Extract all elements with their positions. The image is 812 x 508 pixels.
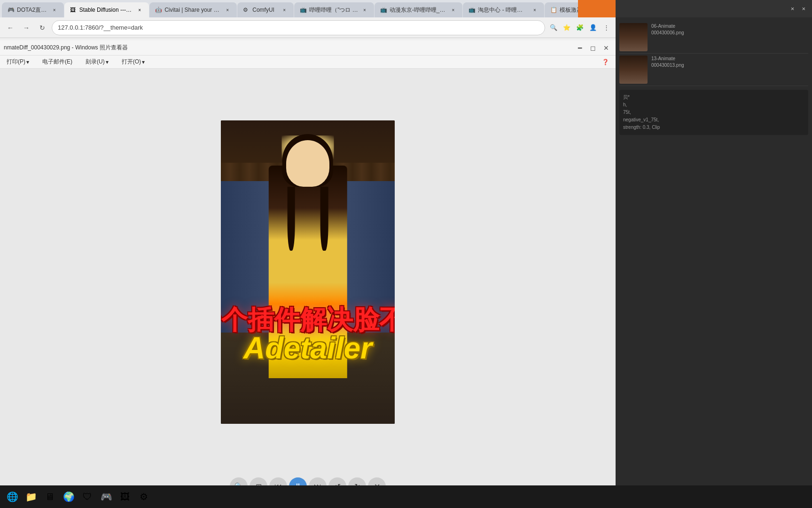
settings-icon[interactable]: ⋮ bbox=[601, 22, 612, 33]
taskbar-game[interactable]: 🎮 bbox=[98, 488, 115, 505]
tab-stable-diffusion[interactable]: 🖼 Stable Diffusion ----看... × bbox=[64, 2, 149, 17]
thumbnail-image-1 bbox=[619, 23, 648, 51]
thumb-filename-1: 000430006.png bbox=[651, 30, 684, 36]
thumbnail-image-2 bbox=[619, 56, 648, 84]
thumb-inner-2 bbox=[619, 56, 648, 84]
taskbar-windows[interactable]: 🖥 bbox=[41, 488, 58, 505]
tab-favicon-sd: 🖼 bbox=[70, 7, 77, 13]
tab-close-bili2[interactable]: × bbox=[449, 6, 457, 14]
thumb-name-1: 06-Animate bbox=[651, 23, 684, 30]
thumb-inner-1 bbox=[619, 23, 648, 51]
minimize-button[interactable]: ━ bbox=[574, 42, 586, 54]
tab-favicon-dota: 🎮 bbox=[8, 7, 14, 13]
tab-close-dota[interactable]: × bbox=[51, 6, 58, 14]
menu-open[interactable]: 打开(O) ▾ bbox=[119, 57, 148, 67]
tab-bar: 🎮 DOTA2直播... × 🖼 Stable Diffusion ----看.… bbox=[0, 0, 616, 17]
sidebar-top-bar: × × bbox=[616, 0, 812, 17]
thumbnail-info-2: 13-Animate 000430013.png bbox=[651, 56, 684, 69]
taskbar-antivirus[interactable]: 🛡 bbox=[79, 488, 96, 505]
english-sub-text: Adetailer bbox=[221, 333, 395, 363]
text-line-0: 贝* bbox=[623, 94, 804, 101]
tab-close-civitai[interactable]: × bbox=[224, 6, 231, 14]
tab-comfyui[interactable]: ⚙ ComfyUI × bbox=[237, 2, 294, 17]
tab-dota[interactable]: 🎮 DOTA2直播... × bbox=[2, 2, 64, 17]
extension-icon[interactable]: 🧩 bbox=[574, 22, 586, 33]
photo-viewer-title: nmateDiff_000430029.png - Windows 照片查看器 bbox=[4, 44, 574, 52]
sidebar-content: 06-Animate 000430006.png 13-Animate 0004… bbox=[616, 17, 812, 493]
browser-window: 🎮 DOTA2直播... × 🖼 Stable Diffusion ----看.… bbox=[0, 0, 616, 508]
address-bar: ← → ↻ 127.0.0.1:7860/?__theme=dark 🔍 ⭐ 🧩… bbox=[0, 17, 616, 38]
menu-burn[interactable]: 刻录(U) ▾ bbox=[83, 57, 111, 67]
photo-viewer-titlebar: nmateDiff_000430029.png - Windows 照片查看器 … bbox=[0, 40, 616, 56]
thumbnail-item-1[interactable]: 06-Animate 000430006.png bbox=[619, 21, 808, 54]
tab-favicon-bili2: 📺 bbox=[380, 7, 387, 13]
thumb-filename-2: 000430013.png bbox=[651, 62, 684, 69]
tab-close-comfyui[interactable]: × bbox=[281, 6, 288, 14]
tab-label-taobao: 淘息中心 - 哔哩哔哩... bbox=[478, 6, 528, 14]
right-sidebar: × × 06-Animate 000430006.png 13-Animate … bbox=[616, 0, 812, 508]
text-line-4: strength: 0.3, Clip bbox=[623, 124, 804, 131]
tab-favicon-taobao: 📺 bbox=[468, 7, 475, 13]
tab-close-taobao[interactable]: × bbox=[531, 6, 539, 14]
taskbar-start[interactable]: 🌐 bbox=[4, 488, 21, 505]
tab-favicon-bili1: 📺 bbox=[300, 7, 306, 13]
tab-label-civitai: Civitai | Share your mo... bbox=[164, 7, 221, 13]
thumbnail-item-2[interactable]: 13-Animate 000430013.png bbox=[619, 54, 808, 86]
browser-action-icons: 🔍 ⭐ 🧩 👤 ⋮ bbox=[548, 22, 612, 33]
profile-icon[interactable]: 👤 bbox=[587, 22, 599, 33]
tab-taobao[interactable]: 📺 淘息中心 - 哔哩哔哩... × bbox=[463, 2, 544, 17]
maximize-button[interactable]: ◻ bbox=[587, 42, 599, 54]
sidebar-expand-btn[interactable]: × bbox=[799, 4, 808, 13]
taskbar: 🌐 📁 🖥 🌍 🛡 🎮 🖼 ⚙ bbox=[0, 485, 812, 508]
thumb-name-2: 13-Animate bbox=[651, 56, 684, 62]
window-controls: ━ ◻ ✕ bbox=[574, 42, 612, 54]
text-content-panel: 贝* h, 75t, negative_v1_75t, strength: 0.… bbox=[619, 90, 808, 135]
sidebar-close-btn[interactable]: × bbox=[788, 4, 797, 13]
tab-label-comfyui: ComfyUI bbox=[252, 7, 278, 13]
tab-favicon-comfyui: ⚙ bbox=[243, 7, 250, 13]
tab-close-bili1[interactable]: × bbox=[361, 6, 368, 14]
scene-background bbox=[221, 120, 395, 424]
text-line-1: h, bbox=[623, 101, 804, 109]
thumbnail-info-1: 06-Animate 000430006.png bbox=[651, 23, 684, 36]
tab-close-sd[interactable]: × bbox=[136, 6, 143, 14]
photo-viewer-menu: 打印(P) ▾ 电子邮件(E) 刻录(U) ▾ 打开(O) ▾ ❓ bbox=[0, 56, 616, 69]
refresh-button[interactable]: ↻ bbox=[36, 21, 49, 34]
tab-label-bili1: 哔哩哔哩（"つロ 千... bbox=[309, 6, 358, 14]
main-image: 一个插件解决脸不好看 Adetailer bbox=[221, 120, 395, 424]
tab-favicon-template: 📋 bbox=[550, 7, 557, 13]
photo-viewer-content: 一个插件解决脸不好看 Adetailer bbox=[0, 69, 616, 475]
bookmark-star-icon[interactable]: ⭐ bbox=[561, 22, 572, 33]
forward-button[interactable]: → bbox=[20, 21, 33, 34]
tab-label-sd: Stable Diffusion ----看... bbox=[79, 6, 133, 14]
search-icon[interactable]: 🔍 bbox=[548, 22, 559, 33]
text-line-2: 75t, bbox=[623, 109, 804, 116]
menu-help[interactable]: ❓ bbox=[599, 58, 612, 66]
orange-accent-block bbox=[578, 0, 616, 17]
tab-label-dota: DOTA2直播... bbox=[17, 6, 48, 14]
taskbar-chrome[interactable]: 🌍 bbox=[60, 488, 77, 505]
url-text: 127.0.0.1:7860/?__theme=dark bbox=[58, 24, 143, 31]
tab-favicon-civitai: 🤖 bbox=[155, 7, 162, 13]
taskbar-photo[interactable]: 🖼 bbox=[117, 488, 133, 505]
tab-civitai[interactable]: 🤖 Civitai | Share your mo... × bbox=[149, 2, 237, 17]
tab-label-bili2: 动漫东京-哔哩哔哩_Bili... bbox=[390, 6, 446, 14]
photo-viewer-window: nmateDiff_000430029.png - Windows 照片查看器 … bbox=[0, 40, 616, 508]
text-overlay: 一个插件解决脸不好看 Adetailer bbox=[221, 307, 395, 363]
taskbar-explorer[interactable]: 📁 bbox=[23, 488, 39, 505]
main-image-container: 一个插件解决脸不好看 Adetailer bbox=[221, 120, 395, 424]
taskbar-settings[interactable]: ⚙ bbox=[135, 488, 152, 505]
url-box[interactable]: 127.0.0.1:7860/?__theme=dark bbox=[52, 20, 545, 35]
menu-print[interactable]: 打印(P) ▾ bbox=[4, 57, 32, 67]
close-button[interactable]: ✕ bbox=[601, 42, 612, 54]
text-line-3: negative_v1_75t, bbox=[623, 116, 804, 124]
chinese-main-text: 一个插件解决脸不好看 bbox=[221, 307, 395, 333]
back-button[interactable]: ← bbox=[4, 21, 17, 34]
menu-email[interactable]: 电子邮件(E) bbox=[39, 57, 75, 67]
tab-bili2[interactable]: 📺 动漫东京-哔哩哔哩_Bili... × bbox=[375, 2, 462, 17]
tab-bili1[interactable]: 📺 哔哩哔哩（"つロ 千... × bbox=[294, 2, 374, 17]
character-head bbox=[286, 140, 329, 187]
